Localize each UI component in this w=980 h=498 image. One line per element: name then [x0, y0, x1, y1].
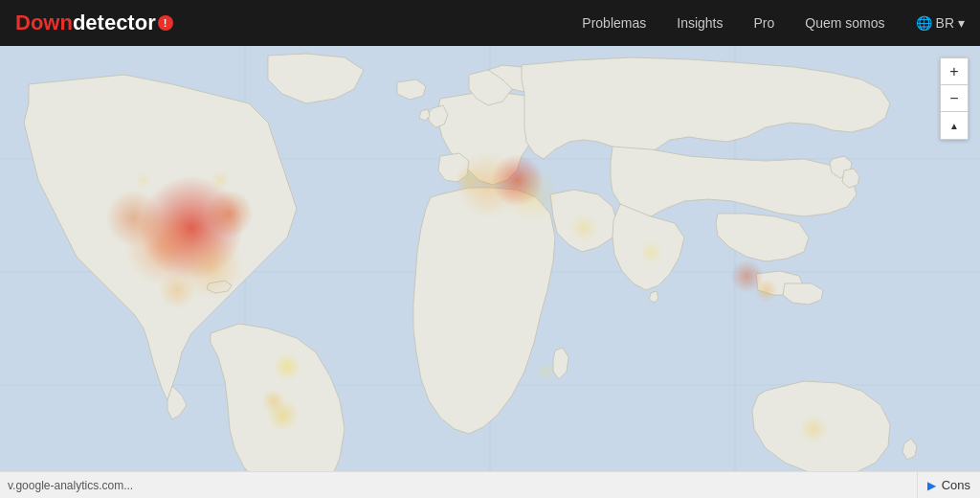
logo: Downdetector!: [15, 11, 173, 35]
chevron-down-icon: ▾: [958, 15, 965, 31]
status-bar: v.google-analytics.com...: [0, 471, 980, 498]
globe-icon: 🌐: [916, 15, 932, 31]
status-url: v.google-analytics.com...: [8, 479, 133, 492]
nav-quem-somos[interactable]: Quem somos: [805, 15, 884, 31]
cons-button[interactable]: ▶ Cons: [917, 471, 980, 498]
cons-label: Cons: [942, 478, 970, 492]
zoom-out-button[interactable]: −: [941, 85, 968, 112]
nav: Problemas Insights Pro Quem somos 🌐 BR ▾: [582, 15, 965, 31]
header: Downdetector! Problemas Insights Pro Que…: [0, 0, 980, 46]
zoom-controls: + − ▲: [940, 57, 969, 140]
logo-detector: detector: [73, 11, 156, 35]
play-icon: ▶: [927, 479, 936, 492]
map-container[interactable]: [0, 46, 980, 498]
lang-label: BR: [936, 15, 954, 31]
logo-exclaim: !: [158, 15, 173, 31]
nav-insights[interactable]: Insights: [677, 15, 723, 31]
nav-pro[interactable]: Pro: [754, 15, 775, 31]
logo-down: Down: [15, 11, 73, 35]
world-map: [0, 46, 980, 498]
zoom-reset-button[interactable]: ▲: [941, 112, 968, 139]
zoom-in-button[interactable]: +: [941, 58, 968, 85]
lang-button[interactable]: 🌐 BR ▾: [916, 15, 965, 31]
nav-problemas[interactable]: Problemas: [582, 15, 646, 31]
